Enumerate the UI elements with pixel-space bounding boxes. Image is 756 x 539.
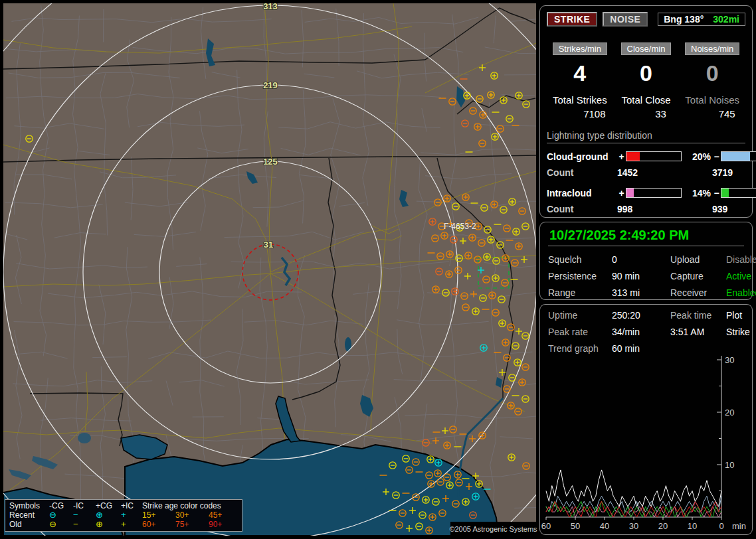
svg-text:10: 10 <box>688 521 697 531</box>
svg-text:min: min <box>732 521 746 531</box>
pos-cg-count: 1452 <box>617 167 712 178</box>
total-strikes-label: Total Strikes <box>547 94 613 106</box>
lightning-map[interactable]: 313 219 125 31 F-4653-2 Symbols -CG -IC … <box>3 3 536 536</box>
peak-time-label: Peak time <box>670 310 726 321</box>
map-canvas: 313 219 125 31 F-4653-2 <box>3 3 536 536</box>
ring-label-219: 219 <box>263 80 278 90</box>
legend-age-header: Strike age color codes <box>142 501 238 510</box>
upload-status: Disabled <box>726 254 756 265</box>
legend-col-ncg: -CG <box>49 501 73 510</box>
range-value: 313 mi <box>612 287 670 298</box>
pos-cg-bar <box>626 151 682 161</box>
noises-per-min-label: Noises/min <box>685 42 739 55</box>
pos-ic-bar <box>626 188 682 198</box>
svg-text:30: 30 <box>725 355 734 365</box>
peak-time-value: 3:51 AM <box>670 327 726 337</box>
plot-value: Strike <box>726 327 750 337</box>
count-label: Count <box>547 204 617 214</box>
pos-ic-pct: 14% <box>682 188 712 198</box>
pos-cg-pct: 20% <box>682 151 712 162</box>
persistence-value: 90 min <box>612 271 670 281</box>
receiver-status: Enabled <box>726 287 756 298</box>
close-per-min-value: 0 <box>613 60 680 86</box>
legend-col-nic: -IC <box>73 501 96 510</box>
copyright-text: ©2005 Astrogenic Systems <box>450 522 536 536</box>
total-strikes-value: 7108 <box>561 108 628 119</box>
lightning-type-distribution: Lightning type distribution Cloud-ground… <box>547 130 745 214</box>
squelch-label: Squelch <box>548 254 612 265</box>
capture-status: Active <box>726 271 756 281</box>
intracloud-label: Intracloud <box>547 188 617 198</box>
noise-toggle-button[interactable]: NOISE <box>603 12 648 27</box>
upload-label: Upload <box>670 254 726 265</box>
pos-ic-count: 998 <box>617 204 712 214</box>
svg-text:20: 20 <box>725 408 734 418</box>
plot-label: Plot <box>726 310 750 321</box>
peak-rate-label: Peak rate <box>548 327 612 337</box>
persistence-label: Persistence <box>548 271 612 281</box>
circle-minus-icon: ⊖ <box>49 510 73 520</box>
uptime-label: Uptime <box>548 310 612 321</box>
svg-text:0: 0 <box>719 521 723 531</box>
minus-sign: − <box>712 151 721 162</box>
age-75: 75+ <box>175 520 209 529</box>
total-noises-value: 745 <box>694 108 756 119</box>
ring-label-313: 313 <box>263 3 278 11</box>
range-label: Range <box>548 287 612 298</box>
close-per-min-label: Close/min <box>621 42 672 55</box>
receiver-label: Receiver <box>670 287 726 298</box>
svg-text:60: 60 <box>541 521 551 531</box>
count-label: Count <box>547 167 617 178</box>
map-legend: Symbols -CG -IC +CG +IC Strike age color… <box>5 499 242 532</box>
trend-panel: Uptime 250:20 Peak time Plot Peak rate 3… <box>539 304 753 535</box>
datetime-display: 10/27/2025 2:49:20 PM <box>548 226 744 246</box>
age-60: 60+ <box>142 520 175 529</box>
strikes-per-min-label: Strikes/min <box>553 42 607 55</box>
trend-series-positive-cg <box>546 501 721 517</box>
bearing-distance-readout: Bng 138° 302mi <box>658 13 745 26</box>
neg-ic-count: 939 <box>712 204 745 214</box>
minus-sign: − <box>712 188 721 198</box>
legend-row-recent-label: Recent <box>9 510 49 520</box>
legend-col-pic: +IC <box>121 501 142 510</box>
strike-toggle-button[interactable]: STRIKE <box>547 12 597 27</box>
distribution-title: Lightning type distribution <box>547 130 745 143</box>
neg-ic-bar <box>721 188 756 198</box>
legend-symbols-header: Symbols <box>9 501 49 510</box>
plus-icon: + <box>121 510 142 520</box>
age-90: 90+ <box>209 520 238 529</box>
trend-series-negative-cg <box>546 496 721 512</box>
circle-plus-icon: ⊕ <box>96 520 121 529</box>
cloud-ground-label: Cloud-ground <box>547 151 617 162</box>
plus-sign: + <box>617 188 626 198</box>
ring-label-31: 31 <box>264 240 273 250</box>
svg-text:30: 30 <box>629 521 638 531</box>
circle-plus-icon: ⊕ <box>96 510 121 520</box>
trend-graph: 1020306050403020100min <box>541 351 751 534</box>
legend-row-old-label: Old <box>9 520 49 529</box>
peak-rate-value: 34/min <box>612 327 670 337</box>
strikes-per-min-value: 4 <box>547 60 613 86</box>
legend-col-pcg: +CG <box>96 501 121 510</box>
noises-per-min-value: 0 <box>679 60 745 86</box>
trend-series-negative-ic <box>546 501 721 517</box>
minus-icon: − <box>73 520 96 529</box>
neg-cg-count: 3719 <box>712 167 745 178</box>
strikes-per-min-column: Strikes/min 4 Total Strikes 7108 <box>547 42 613 119</box>
svg-text:40: 40 <box>600 521 609 531</box>
uptime-value: 250:20 <box>612 310 670 321</box>
neg-cg-bar <box>721 151 756 161</box>
bearing-value: Bng 138° <box>664 14 704 25</box>
total-noises-label: Total Noises <box>679 94 745 106</box>
plus-icon: + <box>121 520 142 529</box>
circle-minus-icon: ⊖ <box>49 520 73 529</box>
storm-cell-label: F-4653-2 <box>444 222 476 231</box>
age-15: 15+ <box>142 510 175 520</box>
svg-text:50: 50 <box>571 521 580 531</box>
svg-text:10: 10 <box>725 460 734 470</box>
age-45: 45+ <box>209 510 238 520</box>
squelch-value: 0 <box>612 254 670 265</box>
minus-icon: − <box>73 510 96 520</box>
ring-label-125: 125 <box>263 157 278 167</box>
plus-sign: + <box>617 151 626 162</box>
